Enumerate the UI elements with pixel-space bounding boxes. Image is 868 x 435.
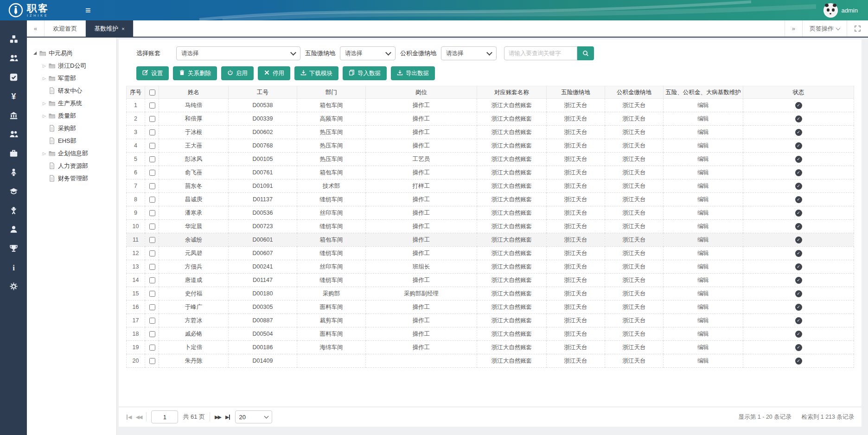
edit-link[interactable]: 编辑 xyxy=(697,169,709,176)
table-row[interactable]: 16于峰广D00305面料车间操作工浙江大自然账套浙江天台浙江天台编辑✓ xyxy=(127,301,854,314)
row-checkbox[interactable] xyxy=(149,250,155,256)
edit-link[interactable]: 编辑 xyxy=(697,129,709,135)
search-input[interactable] xyxy=(504,46,577,60)
last-page-icon[interactable]: ▶ xyxy=(225,414,230,420)
row-checkbox[interactable] xyxy=(149,291,155,297)
account-select[interactable]: 请选择 xyxy=(176,46,300,60)
select-all-checkbox[interactable] xyxy=(149,90,155,96)
status-ok-icon[interactable]: ✓ xyxy=(795,223,802,230)
table-row[interactable]: 19卜定倍D00186海绵车间操作工浙江大自然账套浙江天台浙江天台编辑✓ xyxy=(127,341,854,354)
tree-node[interactable]: 采购部 xyxy=(33,122,112,134)
edit-link[interactable]: 编辑 xyxy=(697,290,709,297)
edit-link[interactable]: 编辑 xyxy=(697,331,709,337)
status-ok-icon[interactable]: ✓ xyxy=(795,317,802,324)
status-ok-icon[interactable]: ✓ xyxy=(795,115,802,122)
tab-base-maintenance[interactable]: 基数维护 × xyxy=(86,20,133,37)
group-icon[interactable] xyxy=(0,125,27,144)
row-checkbox[interactable] xyxy=(149,345,155,351)
status-ok-icon[interactable]: ✓ xyxy=(795,290,802,297)
trophy-icon[interactable] xyxy=(0,239,27,258)
row-checkbox[interactable] xyxy=(149,224,155,230)
status-ok-icon[interactable]: ✓ xyxy=(795,210,802,217)
row-checkbox[interactable] xyxy=(149,264,155,270)
tree-node[interactable]: ▷企划信息部 xyxy=(33,147,112,160)
status-ok-icon[interactable]: ✓ xyxy=(795,304,802,311)
edit-link[interactable]: 编辑 xyxy=(697,304,709,310)
edit-link[interactable]: 编辑 xyxy=(697,156,709,162)
status-ok-icon[interactable]: ✓ xyxy=(795,263,802,270)
trash-button[interactable]: 关系删除 xyxy=(173,66,217,80)
tree-node[interactable]: ▷军需部 xyxy=(33,72,112,84)
row-checkbox[interactable] xyxy=(149,183,155,189)
first-page-icon[interactable]: ◀ xyxy=(126,414,131,420)
edit-link[interactable]: 编辑 xyxy=(697,277,709,283)
page-ops-dropdown[interactable]: 页签操作 xyxy=(802,20,847,37)
edit-link[interactable]: 编辑 xyxy=(697,317,709,324)
import-button[interactable]: 导入数据 xyxy=(343,66,387,80)
search-button[interactable] xyxy=(577,46,594,60)
row-checkbox[interactable] xyxy=(149,237,155,243)
gears-icon[interactable] xyxy=(0,277,27,296)
status-ok-icon[interactable]: ✓ xyxy=(795,250,802,257)
row-checkbox[interactable] xyxy=(149,304,155,310)
edit-link[interactable]: 编辑 xyxy=(697,183,709,189)
status-ok-icon[interactable]: ✓ xyxy=(795,183,802,190)
caret-collapsed-icon[interactable]: ▷ xyxy=(43,151,46,156)
next-page-icon[interactable]: ▶▶ xyxy=(215,414,221,420)
table-row[interactable]: 10华定晨D00723缝纫车间操作工浙江大自然账套浙江天台浙江天台编辑✓ xyxy=(127,220,854,233)
briefcase-icon[interactable] xyxy=(0,144,27,163)
table-row[interactable]: 2和倍厚D00339高频车间操作工浙江大自然账套浙江天台浙江天台编辑✓ xyxy=(127,112,854,126)
row-checkbox[interactable] xyxy=(149,129,155,135)
table-row[interactable]: 15史付福D00180采购部采购部副经理浙江大自然账套浙江天台浙江天台编辑✓ xyxy=(127,287,854,301)
edit-link[interactable]: 编辑 xyxy=(697,115,709,122)
table-row[interactable]: 14唐道成D01147缝纫车间操作工浙江大自然账套浙江天台浙江天台编辑✓ xyxy=(127,274,854,287)
fund-city-select[interactable]: 请选择 xyxy=(441,46,497,60)
table-row[interactable]: 11余诚纷D00601箱包车间操作工浙江大自然账套浙江天台浙江天台编辑✓ xyxy=(127,233,854,247)
table-row[interactable]: 18戚必铬D00504面料车间操作工浙江大自然账套浙江天台浙江天台编辑✓ xyxy=(127,327,854,341)
table-row[interactable]: 9潘寒承D00536丝印车间操作工浙江大自然账套浙江天台浙江天台编辑✓ xyxy=(127,206,854,220)
row-checkbox[interactable] xyxy=(149,318,155,324)
status-ok-icon[interactable]: ✓ xyxy=(795,358,802,365)
row-checkbox[interactable] xyxy=(149,156,155,162)
tab-home[interactable]: 欢迎首页 xyxy=(45,20,86,37)
status-ok-icon[interactable]: ✓ xyxy=(795,237,802,243)
status-ok-icon[interactable]: ✓ xyxy=(795,277,802,284)
row-checkbox[interactable] xyxy=(149,358,155,364)
tab-close-icon[interactable]: × xyxy=(121,26,124,32)
page-size-select[interactable]: 20 xyxy=(235,410,272,423)
x-button[interactable]: 停用 xyxy=(258,66,290,80)
row-checkbox[interactable] xyxy=(149,197,155,203)
table-row[interactable]: 8昌诚庚D01137缝纫车间操作工浙江大自然账套浙江天台浙江天台编辑✓ xyxy=(127,193,854,206)
caret-collapsed-icon[interactable]: ▷ xyxy=(43,101,46,106)
bank-icon[interactable] xyxy=(0,106,27,125)
edit-link[interactable]: 编辑 xyxy=(697,210,709,216)
table-row[interactable]: 5彭冰风D00105热压车间工艺员浙江大自然账套浙江天台浙江天台编辑✓ xyxy=(127,153,854,166)
table-row[interactable]: 3于冰根D00602热压车间操作工浙江大自然账套浙江天台浙江天台编辑✓ xyxy=(127,126,854,139)
download-button[interactable]: 下载模块 xyxy=(294,66,338,80)
tree-node[interactable]: ▷生产系统 xyxy=(33,97,112,109)
status-ok-icon[interactable]: ✓ xyxy=(795,129,802,136)
info-icon[interactable]: i xyxy=(0,258,27,277)
user-menu[interactable]: admin xyxy=(823,3,858,18)
graduation-icon[interactable] xyxy=(0,182,27,201)
check-square-icon[interactable] xyxy=(0,68,27,87)
tree-node[interactable]: EHS部 xyxy=(33,134,112,147)
edit-link[interactable]: 编辑 xyxy=(697,223,709,230)
edit-link[interactable]: 编辑 xyxy=(697,196,709,203)
tabs-scroll-left-icon[interactable]: « xyxy=(27,20,45,37)
row-checkbox[interactable] xyxy=(149,277,155,283)
prev-page-icon[interactable]: ◀◀ xyxy=(135,414,141,420)
row-checkbox[interactable] xyxy=(149,210,155,216)
edit-link[interactable]: 编辑 xyxy=(697,142,709,149)
caret-collapsed-icon[interactable]: ▷ xyxy=(43,64,46,68)
row-checkbox[interactable] xyxy=(149,331,155,337)
edit-link[interactable]: 编辑 xyxy=(697,263,709,270)
table-row[interactable]: 12元凤碧D00607缝纫车间操作工浙江大自然账套浙江天台浙江天台编辑✓ xyxy=(127,247,854,260)
row-checkbox[interactable] xyxy=(149,102,155,109)
status-ok-icon[interactable]: ✓ xyxy=(795,102,802,109)
caret-collapsed-icon[interactable]: ▷ xyxy=(43,114,46,118)
social-city-select[interactable]: 请选择 xyxy=(340,46,396,60)
status-ok-icon[interactable]: ✓ xyxy=(795,196,802,203)
tree-node-root[interactable]: 中元易尚 xyxy=(33,47,112,59)
tree-node[interactable]: ▷质量部 xyxy=(33,109,112,122)
